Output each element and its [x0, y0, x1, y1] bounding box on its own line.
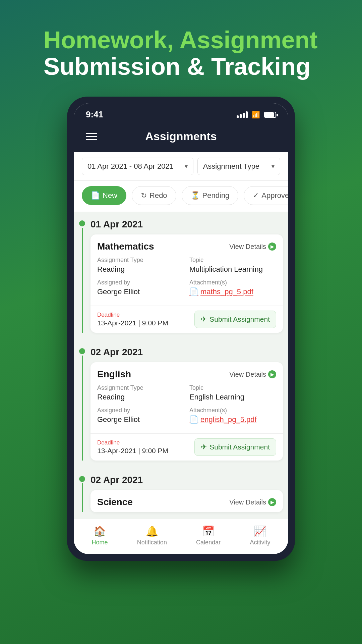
view-details-math[interactable]: View Details ▶ — [229, 243, 276, 251]
assignment-card-science: Science View Details ▶ — [90, 490, 283, 512]
wifi-icon: 📶 — [252, 111, 260, 119]
tab-approved[interactable]: ✓ Approved — [244, 186, 288, 205]
menu-icon[interactable] — [86, 133, 97, 140]
assigned-by-value-math: George Elliot — [97, 287, 140, 296]
assignment-type-filter[interactable]: Assignment Type ▾ — [197, 158, 280, 175]
assignment-type-label: Assignment Type — [203, 162, 259, 171]
attachment-link-english[interactable]: 📄 english_pg_5.pdf — [189, 415, 276, 424]
date-group-1: 01 Apr 2021 Mathematics View Details ▶ — [74, 212, 288, 339]
deadline-label-math: Deadline — [97, 312, 168, 318]
date-label-3: 02 Apr 2021 — [90, 474, 283, 485]
pdf-icon-math: 📄 — [189, 287, 198, 296]
view-details-math-label: View Details — [229, 243, 266, 251]
assigned-by-label-english: Assigned by — [97, 407, 184, 414]
submit-label-math: Submit Assignment — [209, 315, 270, 323]
nav-activity-label: Acitivity — [250, 539, 270, 546]
view-details-science[interactable]: View Details ▶ — [229, 498, 276, 506]
deadline-value-english: 13-Apr-2021 | 9:00 PM — [97, 447, 168, 454]
subject-english: English — [97, 369, 131, 380]
field-assignment-type-math: Assignment Type Reading — [97, 257, 184, 274]
deadline-label-english: Deadline — [97, 439, 168, 446]
date-dropdown-arrow: ▾ — [185, 163, 188, 170]
view-details-english[interactable]: View Details ▶ — [229, 370, 276, 378]
view-details-math-arrow: ▶ — [268, 243, 276, 251]
home-icon: 🏠 — [94, 525, 106, 537]
nav-calendar[interactable]: 📅 Calendar — [196, 525, 221, 546]
card-body-math: Assignment Type Reading Topic Multiplica… — [90, 257, 283, 306]
tab-new-label: New — [103, 191, 117, 200]
submit-label-english: Submit Assignment — [209, 443, 270, 451]
view-details-english-arrow: ▶ — [268, 370, 276, 378]
field-attachments-math: Attachment(s) 📄 maths_pg_5.pdf — [189, 279, 276, 296]
assignment-type-label-english: Assignment Type — [97, 384, 184, 391]
card-header-science: Science View Details ▶ — [90, 490, 283, 512]
topic-label-english: Topic — [189, 384, 276, 391]
attachments-label-math: Attachment(s) — [189, 279, 276, 286]
phone-inner: 9:41 📶 Assignments — [74, 103, 288, 554]
header-title: Assignments — [145, 130, 217, 143]
tab-new[interactable]: 📄 New — [82, 186, 126, 205]
card-grid-math: Assignment Type Reading Topic Multiplica… — [97, 257, 276, 296]
status-bar: 9:41 📶 — [74, 103, 288, 123]
status-time: 9:41 — [86, 109, 103, 120]
tab-bar: 📄 New ↻ Redo ⏳ Pending ✓ Approved — [74, 181, 288, 212]
timeline-line-2 — [82, 356, 83, 461]
timeline-dot-3 — [79, 476, 85, 482]
submit-btn-english[interactable]: ✈ Submit Assignment — [194, 438, 276, 456]
submit-icon-math: ✈ — [201, 315, 207, 324]
deadline-english: Deadline 13-Apr-2021 | 9:00 PM — [97, 439, 168, 455]
field-topic-english: Topic English Learning — [189, 384, 276, 401]
submit-btn-math[interactable]: ✈ Submit Assignment — [194, 311, 276, 328]
assignment-type-value-math: Reading — [97, 265, 125, 273]
deadline-value-math: 13-Apr-2021 | 9:00 PM — [97, 319, 168, 327]
timeline-col-3 — [74, 474, 90, 512]
date-range-filter[interactable]: 01 Apr 2021 - 08 Apr 2021 ▾ — [82, 158, 193, 175]
assignment-card-math: Mathematics View Details ▶ Assignment Ty… — [90, 234, 283, 333]
date-label-2: 02 Apr 2021 — [90, 346, 283, 358]
tab-redo-label: Redo — [149, 191, 167, 200]
nav-calendar-label: Calendar — [196, 539, 221, 546]
content-area: 01 Apr 2021 Mathematics View Details ▶ — [74, 212, 288, 519]
tab-redo[interactable]: ↻ Redo — [132, 186, 176, 205]
hero-line1: Homework, Assignment — [44, 27, 318, 53]
deadline-math: Deadline 13-Apr-2021 | 9:00 PM — [97, 312, 168, 327]
date-content-1: 01 Apr 2021 Mathematics View Details ▶ — [90, 218, 288, 333]
topic-value-math: Multiplication Learning — [189, 265, 263, 273]
date-content-3: 02 Apr 2021 Science View Details ▶ — [90, 474, 288, 512]
subject-science: Science — [97, 497, 133, 507]
date-label-1: 01 Apr 2021 — [90, 218, 283, 230]
tab-pending-label: Pending — [202, 191, 230, 200]
timeline-col-2 — [74, 346, 90, 461]
bottom-nav: 🏠 Home 🔔 Notification 📅 Calendar 📈 Aciti… — [74, 519, 288, 554]
type-dropdown-arrow: ▾ — [272, 163, 275, 170]
activity-icon: 📈 — [254, 525, 266, 537]
nav-notification[interactable]: 🔔 Notification — [137, 525, 167, 546]
nav-notification-label: Notification — [137, 539, 167, 546]
date-content-2: 02 Apr 2021 English View Details ▶ — [90, 346, 288, 461]
assignment-card-english: English View Details ▶ Assignment Type R… — [90, 362, 283, 461]
attachment-link-math[interactable]: 📄 maths_pg_5.pdf — [189, 287, 276, 296]
card-footer-english: Deadline 13-Apr-2021 | 9:00 PM ✈ Submit … — [90, 433, 283, 461]
assigned-by-value-english: George Elliot — [97, 415, 140, 424]
subject-math: Mathematics — [97, 241, 154, 252]
nav-home[interactable]: 🏠 Home — [92, 525, 108, 546]
nav-activity[interactable]: 📈 Acitivity — [250, 525, 270, 546]
hero-line2: Submission & Tracking — [44, 53, 318, 80]
card-grid-english: Assignment Type Reading Topic English Le… — [97, 384, 276, 424]
filter-bar: 01 Apr 2021 - 08 Apr 2021 ▾ Assignment T… — [74, 152, 288, 181]
timeline-dot-2 — [79, 348, 85, 354]
timeline-line-1 — [82, 228, 83, 333]
view-details-science-arrow: ▶ — [268, 498, 276, 506]
topic-value-english: English Learning — [189, 393, 244, 401]
redo-tab-icon: ↻ — [141, 191, 147, 200]
timeline-col-1 — [74, 218, 90, 333]
assigned-by-label-math: Assigned by — [97, 279, 184, 286]
pdf-icon-english: 📄 — [189, 415, 198, 424]
view-details-english-label: View Details — [229, 371, 266, 378]
attachment-file-english: english_pg_5.pdf — [200, 415, 257, 424]
tab-approved-label: Approved — [261, 191, 288, 200]
card-footer-math: Deadline 13-Apr-2021 | 9:00 PM ✈ Submit … — [90, 306, 283, 333]
card-header-math: Mathematics View Details ▶ — [90, 234, 283, 257]
approved-tab-icon: ✓ — [253, 191, 259, 200]
tab-pending[interactable]: ⏳ Pending — [182, 186, 239, 205]
